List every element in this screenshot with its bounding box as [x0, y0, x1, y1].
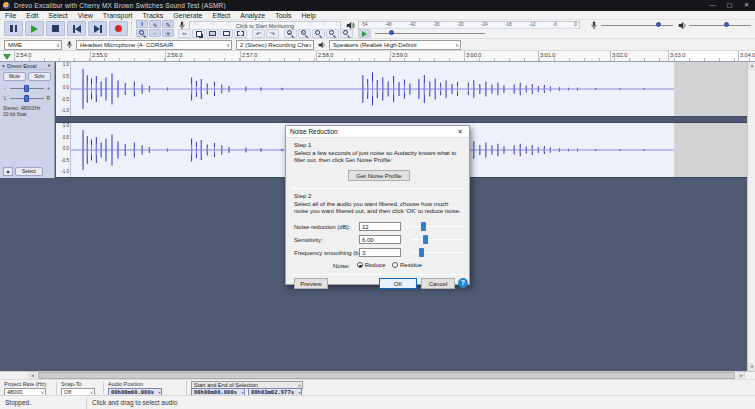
- menu-effect[interactable]: Effect: [208, 11, 236, 20]
- menu-file[interactable]: File: [0, 11, 21, 20]
- cut-button[interactable]: ✂: [178, 29, 191, 38]
- play-at-speed-button[interactable]: [358, 29, 371, 38]
- gain-slider-thumb[interactable]: [24, 85, 29, 92]
- menu-transport[interactable]: Transport: [98, 11, 138, 20]
- vertical-scrollbar[interactable]: ▲ ▼: [747, 62, 755, 371]
- sensitivity-input[interactable]: 6.00: [359, 235, 401, 244]
- playback-volume-slider[interactable]: [689, 23, 751, 27]
- noise-reduction-slider[interactable]: [409, 222, 466, 231]
- silence-audio-button[interactable]: [234, 29, 247, 38]
- reduce-radio[interactable]: Reduce: [357, 262, 386, 268]
- undo-button[interactable]: ↶: [252, 29, 265, 38]
- multi-tool-icon: ✳: [165, 30, 170, 37]
- noise-reduction-slider-thumb[interactable]: [421, 222, 426, 231]
- redo-button[interactable]: ↷: [266, 29, 279, 38]
- playback-volume-speaker-icon: [678, 21, 687, 32]
- selection-tool-button[interactable]: I: [136, 20, 148, 28]
- timeshift-tool-button[interactable]: ↔: [149, 29, 161, 37]
- status-hint: Click and drag to select audio: [92, 399, 177, 406]
- scroll-left-arrow-icon[interactable]: ◄: [28, 372, 37, 379]
- timeline-quickplay-pin-icon[interactable]: [3, 54, 11, 60]
- multi-tool-button[interactable]: ✳: [162, 29, 174, 37]
- waveform-channel-left[interactable]: [71, 62, 747, 116]
- get-noise-profile-button[interactable]: Get Noise Profile: [348, 170, 410, 181]
- playback-volume-thumb[interactable]: [724, 22, 729, 27]
- playback-device-select[interactable]: Speakers (Realtek High-Definiti: [329, 40, 461, 50]
- scroll-up-arrow-icon[interactable]: ▲: [748, 62, 755, 70]
- track-close-button[interactable]: ×: [0, 63, 7, 69]
- paste-button[interactable]: [206, 29, 219, 38]
- close-button[interactable]: ✕: [738, 0, 755, 11]
- cancel-button[interactable]: Cancel: [421, 278, 455, 289]
- menu-help[interactable]: Help: [297, 11, 321, 20]
- mute-button[interactable]: Mute: [3, 72, 26, 81]
- pan-slider-thumb[interactable]: [24, 95, 29, 102]
- record-volume-slider[interactable]: [601, 23, 673, 27]
- skip-start-button[interactable]: [67, 21, 86, 36]
- noise-reduction-dialog[interactable]: Noise Reduction ✕ Step 1 Select a few se…: [285, 125, 470, 285]
- scroll-right-arrow-icon[interactable]: ►: [737, 372, 746, 379]
- menu-view[interactable]: View: [73, 11, 98, 20]
- copy-button[interactable]: [192, 29, 205, 38]
- frequency-smoothing-slider[interactable]: [409, 248, 466, 257]
- play-speed-thumb[interactable]: [389, 30, 394, 35]
- draw-tool-button[interactable]: ✎: [162, 20, 174, 28]
- menu-tracks[interactable]: Tracks: [138, 11, 169, 20]
- trim-audio-button[interactable]: [220, 29, 233, 38]
- skip-end-button[interactable]: [88, 21, 107, 36]
- horizontal-scroll-thumb[interactable]: [38, 372, 735, 379]
- residue-radio[interactable]: Residue: [392, 262, 422, 268]
- zoom-tool-button[interactable]: [136, 29, 148, 37]
- zoom-in-button[interactable]: +: [284, 29, 297, 38]
- gain-slider[interactable]: - +: [4, 84, 50, 93]
- help-button[interactable]: ?: [458, 278, 468, 288]
- sensitivity-slider-thumb[interactable]: [423, 235, 428, 244]
- frequency-smoothing-slider-thumb[interactable]: [419, 248, 424, 257]
- noise-reduction-input[interactable]: 12: [359, 222, 401, 231]
- horizontal-scrollbar[interactable]: ◄ ►: [0, 371, 755, 379]
- timeline-ruler[interactable]: 2:54.02:55.02:56.02:57.02:58.02:59.03:00…: [0, 50, 755, 62]
- menu-tools[interactable]: Tools: [270, 11, 296, 20]
- recording-meter[interactable]: -54-48-42-36-30-24-18-12-60 Click to Sta…: [189, 21, 341, 29]
- play-speed-slider[interactable]: [375, 31, 485, 35]
- play-at-speed-icon: [362, 31, 367, 37]
- play-button[interactable]: [25, 21, 44, 36]
- toolbar-grip[interactable]: [131, 22, 134, 36]
- zoom-out-button[interactable]: −: [298, 29, 311, 38]
- zoom-fit-button[interactable]: [326, 29, 339, 38]
- record-volume-thumb[interactable]: [656, 22, 661, 27]
- track-title[interactable]: Drevo Excal: [7, 63, 47, 69]
- pan-slider[interactable]: L R: [4, 94, 50, 103]
- record-icon: [115, 25, 122, 32]
- menu-analyze[interactable]: Analyze: [235, 11, 270, 20]
- recording-channels-select[interactable]: 2 (Stereo) Recording Cha: [236, 40, 314, 50]
- recording-device-select[interactable]: Headset Microphone (4- CORSAIR: [76, 40, 232, 50]
- zoom-selection-button[interactable]: [312, 29, 325, 38]
- playback-meter[interactable]: -54-48-42-36-30-24-18-12-60: [358, 21, 580, 29]
- minimize-button[interactable]: —: [704, 0, 721, 11]
- maximize-button[interactable]: ▢: [721, 0, 738, 11]
- zoom-toggle-button[interactable]: [340, 29, 353, 38]
- ok-button[interactable]: OK: [379, 278, 417, 289]
- scroll-down-arrow-icon[interactable]: ▼: [748, 363, 755, 371]
- track-select-button[interactable]: Select: [15, 167, 43, 176]
- frequency-smoothing-input[interactable]: 3: [359, 248, 401, 257]
- menu-generate[interactable]: Generate: [168, 11, 207, 20]
- menu-edit[interactable]: Edit: [21, 11, 43, 20]
- dialog-close-icon[interactable]: ✕: [455, 128, 465, 136]
- track-control-panel[interactable]: × Drevo Excal ▼ Mute Solo - + L R Stereo…: [0, 62, 55, 178]
- envelope-tool-button[interactable]: ∿: [149, 20, 161, 28]
- solo-button[interactable]: Solo: [28, 72, 51, 81]
- track-menu-arrow-icon[interactable]: ▼: [47, 63, 54, 68]
- preview-button[interactable]: Preview: [294, 278, 328, 289]
- collapse-track-button[interactable]: ▲: [3, 167, 13, 176]
- sensitivity-slider[interactable]: [409, 235, 466, 244]
- audio-host-select[interactable]: MME: [4, 40, 62, 50]
- stop-button[interactable]: [46, 21, 65, 36]
- menu-select[interactable]: Select: [43, 11, 72, 20]
- pause-button[interactable]: [4, 21, 23, 36]
- dialog-title-bar[interactable]: Noise Reduction ✕: [286, 126, 469, 138]
- channel-separator: [55, 116, 747, 123]
- audacity-logo-icon: [3, 2, 10, 9]
- record-button[interactable]: [109, 21, 128, 36]
